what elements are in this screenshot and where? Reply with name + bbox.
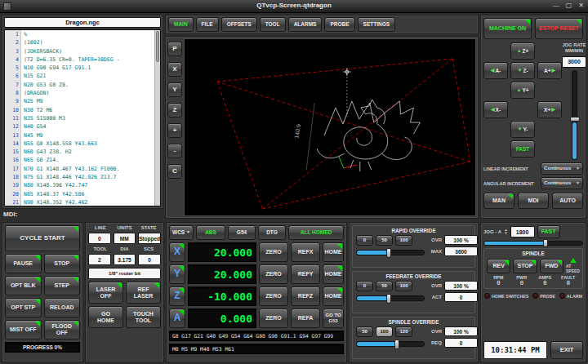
spindle-100-button[interactable]: 100 xyxy=(376,326,393,337)
close-icon[interactable]: ✕ xyxy=(578,2,584,9)
reload-button[interactable]: RELOAD xyxy=(44,298,81,317)
rapid-override-slider[interactable] xyxy=(356,250,425,255)
jog-a-minus-button[interactable]: ◀ A- xyxy=(483,62,508,79)
spindle-reverse-button[interactable]: REV xyxy=(487,259,510,273)
zoom-in-button[interactable]: + xyxy=(167,123,182,138)
axis-y-button[interactable]: Y xyxy=(169,264,185,284)
view-perspective-button[interactable]: P xyxy=(167,42,182,56)
spinbox-arrows-icon[interactable]: ▲▼ xyxy=(504,229,507,236)
chevron-down-icon: ▼ xyxy=(576,181,580,186)
tab-file[interactable]: FILE xyxy=(196,17,219,32)
zero-y-button[interactable]: ZERO xyxy=(259,264,288,284)
ref-laser-button[interactable]: REF LASER xyxy=(126,282,161,304)
rapid-50-button[interactable]: 50 xyxy=(376,235,393,246)
slider-knob[interactable] xyxy=(386,248,391,258)
jog-z-minus-button[interactable]: ▼ Z- xyxy=(510,62,535,79)
linear-increment-combobox[interactable]: Continuous ▼ xyxy=(541,162,583,175)
home-z-button[interactable]: HOME xyxy=(323,286,344,306)
minimize-icon[interactable]: — xyxy=(553,2,559,9)
exit-button[interactable]: EXIT xyxy=(550,341,583,359)
spindle-forward-button[interactable]: FWD xyxy=(540,259,564,273)
cycle-start-button[interactable]: CYCLE START xyxy=(5,225,80,251)
slider-knob[interactable] xyxy=(570,117,580,122)
jog-x-plus-label: X+ xyxy=(544,107,550,113)
jog-rate-spinbox[interactable]: 3000 xyxy=(562,56,586,68)
gremlin-canvas[interactable]: 140.9 xyxy=(184,38,476,216)
ref-y-button[interactable]: REFY xyxy=(291,264,320,284)
feedrate-override-slider[interactable] xyxy=(356,295,425,301)
gcode-editor[interactable]: 1 % 2 (1002) 3 (JOKERSBACK) 4 (T2 D=6.35… xyxy=(4,29,161,206)
spindle-50-button[interactable]: 50 xyxy=(356,326,373,337)
wcs-dropdown[interactable]: WCS ▼ xyxy=(169,225,194,240)
jog-x-plus-button[interactable]: X+ ▶ xyxy=(537,101,562,118)
touch-tool-button[interactable]: TOUCH TOOL xyxy=(126,306,161,328)
slider-knob[interactable] xyxy=(386,294,391,304)
jog-y-plus-button[interactable]: ▲ Y+ xyxy=(510,82,535,99)
pause-button[interactable]: PAUSE xyxy=(5,254,42,273)
all-homed-button[interactable]: ALL HOMED xyxy=(288,225,344,240)
home-x-button[interactable]: HOME xyxy=(323,242,344,262)
home-y-button[interactable]: HOME xyxy=(323,264,344,284)
rapid-100-button[interactable]: 100 xyxy=(395,235,412,246)
slider-knob[interactable] xyxy=(394,340,399,349)
tab-probe[interactable]: PROBE xyxy=(324,17,354,32)
g54-button[interactable]: G54 xyxy=(228,225,256,240)
stop-button[interactable]: STOP xyxy=(44,254,81,273)
slider-knob[interactable] xyxy=(543,239,548,247)
spindle-override-slider[interactable] xyxy=(356,341,425,347)
jog-z-plus-button[interactable]: ▲ Z+ xyxy=(510,42,535,60)
tab-tool[interactable]: TOOL xyxy=(260,17,286,32)
ref-a-button[interactable]: REFA xyxy=(291,309,320,328)
flood-button[interactable]: FLOOD OFF xyxy=(44,320,81,340)
abs-button[interactable]: ABS xyxy=(196,225,225,240)
jog-y-minus-button[interactable]: ▼ Y- xyxy=(510,121,535,138)
zoom-out-button[interactable]: - xyxy=(167,144,182,158)
jog-fast-button[interactable]: FAST xyxy=(510,140,535,158)
rapid-0-button[interactable]: 0 xyxy=(356,235,373,246)
feed-50-button[interactable]: 50 xyxy=(376,281,393,291)
tab-alarms[interactable]: ALARMS xyxy=(288,17,323,32)
mode-manual-button[interactable]: MAN xyxy=(483,193,514,209)
mode-mdi-button[interactable]: MDI xyxy=(518,193,549,209)
gcode-scrollbar[interactable] xyxy=(154,30,160,206)
axis-a-button[interactable]: A xyxy=(169,309,185,328)
view-x-button[interactable]: X xyxy=(167,62,182,77)
tab-offsets[interactable]: OFFSETS xyxy=(221,17,257,32)
machine-on-button[interactable]: MACHINE ON xyxy=(483,18,532,39)
ref-z-button[interactable]: REFZ xyxy=(291,286,320,306)
spindle-stop-button[interactable]: STOP xyxy=(513,259,537,273)
jog-a-plus-button[interactable]: A+ ▶ xyxy=(537,62,562,79)
jog-a-rate-spinbox[interactable]: 1800 xyxy=(510,226,535,237)
zero-a-button[interactable]: ZERO xyxy=(259,309,288,328)
optional-stop-button[interactable]: OPT STP xyxy=(5,298,42,317)
jog-x-minus-button[interactable]: ◀ X- xyxy=(483,101,508,118)
jog-a-rate-slider[interactable] xyxy=(483,241,583,246)
dtg-button[interactable]: DTG xyxy=(258,225,286,240)
ref-x-button[interactable]: REFX xyxy=(291,242,320,262)
axis-z-button[interactable]: Z xyxy=(169,286,185,306)
feed-0-button[interactable]: 0 xyxy=(356,281,373,291)
zero-z-button[interactable]: ZERO xyxy=(259,286,288,306)
mode-auto-button[interactable]: AUTO xyxy=(552,193,583,209)
go-home-button[interactable]: GO HOME xyxy=(88,306,123,328)
go-to-g53-button[interactable]: GO TO G53 xyxy=(323,309,344,328)
view-y-button[interactable]: Y xyxy=(167,82,182,97)
step-button[interactable]: STEP xyxy=(44,276,81,295)
zero-x-button[interactable]: ZERO xyxy=(259,242,288,262)
laser-toggle-button[interactable]: LASER OFF xyxy=(88,282,123,304)
clear-view-button[interactable]: C xyxy=(167,164,182,179)
jog-rate-slider[interactable] xyxy=(572,70,577,160)
tab-main[interactable]: MAIN xyxy=(168,17,194,32)
mist-button[interactable]: MIST OFF xyxy=(5,320,42,340)
tab-settings[interactable]: SETTINGS xyxy=(358,17,396,32)
estop-reset-button[interactable]: ESTOP RESET xyxy=(535,18,583,39)
view-z-button[interactable]: Z xyxy=(167,103,182,118)
maximize-icon[interactable]: ▢ xyxy=(566,2,572,9)
angular-increment-combobox[interactable]: Continuous ▼ xyxy=(541,177,583,189)
jog-a-fast-button[interactable]: FAST xyxy=(537,225,560,238)
feed-100-button[interactable]: 100 xyxy=(395,281,412,291)
scrollbar-thumb[interactable] xyxy=(156,31,159,62)
spindle-120-button[interactable]: 120 xyxy=(395,326,412,337)
axis-x-button[interactable]: X xyxy=(169,242,185,262)
optional-block-button[interactable]: OPT BLK xyxy=(5,276,42,295)
